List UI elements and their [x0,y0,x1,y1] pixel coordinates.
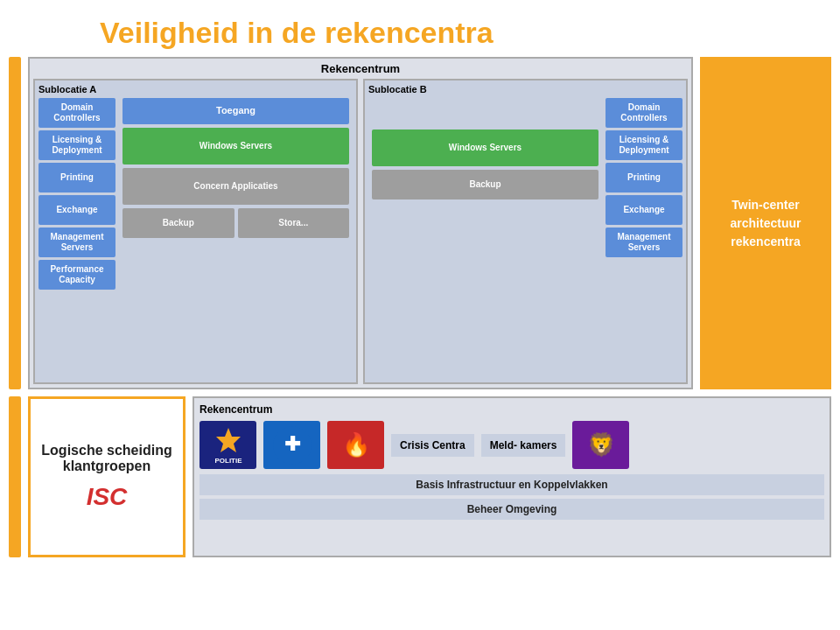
isc-logo: ISC [87,483,128,511]
exchange-b: Exchange [606,195,682,225]
storage-a: Stora... [238,208,350,238]
rekencentrum-bottom-box: Rekencentrum POLITIE ✚ [192,396,831,557]
sublocaties-row: Sublocatie A Domain Controllers Licensin… [33,79,688,384]
printing-a: Printing [38,163,116,192]
bottom-left-accent-bar [9,396,21,557]
bottom-right-content: Rekencentrum POLITIE ✚ [192,396,831,557]
licensing-deployment-b: Licensing & Deployment [606,130,682,160]
concern-applicaties: Concern Applicaties [122,168,349,205]
management-servers-a: Management Servers [38,228,116,257]
svg-text:🦁: 🦁 [587,430,616,458]
main-content-area: Rekencentrum Sublocatie A Domain Control… [0,57,840,389]
domain-controllers-b: Domain Controllers [606,98,682,128]
domain-controllers-a: Domain Controllers [38,98,116,128]
sublocatie-a-content: Domain Controllers Licensing & Deploymen… [38,98,353,379]
sublocatie-a-box: Sublocatie A Domain Controllers Licensin… [33,79,358,384]
svg-text:🔥: 🔥 [342,430,371,458]
svg-marker-0 [216,428,241,452]
left-accent-bar [9,57,21,389]
subloc-b-right-col: Domain Controllers Licensing & Deploymen… [606,98,682,379]
subloc-a-center-col: Toegang Windows Servers Concern Applicat… [119,98,353,379]
twin-center-box: Twin-center architectuur rekencentra [700,57,831,389]
backup-a: Backup [122,208,234,238]
backup-b: Backup [372,170,598,200]
toegang-btn: Toegang [122,98,349,124]
logische-scheiding-box: Logische scheiding klantgroepen ISC [28,396,186,557]
crisis-centra-card: Crisis Centra [391,434,474,457]
svg-text:POLITIE: POLITIE [214,457,242,465]
sublocatie-b-content: Windows Servers Backup Domain Controller… [368,98,682,379]
police-logo: POLITIE [200,421,256,469]
sublocatie-a-label: Sublocatie A [38,84,353,94]
bottom-half: Logische scheiding klantgroepen ISC Reke… [0,389,840,564]
logos-row: POLITIE ✚ 🔥 [200,421,824,469]
printing-b: Printing [606,163,682,192]
svg-text:✚: ✚ [284,433,301,455]
sublocatie-b-box: Sublocatie B Windows Servers Backup Doma… [363,79,688,384]
title-row: Veiligheid in de rekencentra [0,0,840,57]
performance-capacity-a: Performance Capacity [38,260,116,290]
page: Veiligheid in de rekencentra Rekencentru… [0,0,840,630]
beheer-bar: Beheer Omgeving [200,499,824,520]
subloc-a-left-col: Domain Controllers Licensing & Deploymen… [38,98,116,379]
licensing-deployment-a: Licensing & Deployment [38,130,116,160]
rekencentrum-title: Rekencentrum [33,62,688,75]
management-servers-b: Management Servers [606,228,682,257]
exchange-a: Exchange [38,195,116,225]
windows-servers-b: Windows Servers [372,130,598,166]
medical-logo: ✚ [263,421,320,469]
twin-center-label: Twin-center architectuur rekencentra [703,196,829,251]
rekencentrum-bottom-title: Rekencentrum [200,403,824,416]
lion-logo: 🦁 [572,421,629,469]
windows-servers-a: Windows Servers [122,128,349,164]
basis-infra-bar: Basis Infrastructuur en Koppelvlakken [200,474,824,495]
page-title: Veiligheid in de rekencentra [79,0,514,58]
logische-label: Logische scheiding klantgroepen [39,443,174,474]
meldkamers-card: Meld- kamers [481,434,566,457]
fire-logo: 🔥 [327,421,384,469]
subloc-b-center-col: Windows Servers Backup [368,98,602,379]
rekencentrum-outer-box: Rekencentrum Sublocatie A Domain Control… [28,57,693,389]
sublocatie-b-label: Sublocatie B [368,84,682,94]
